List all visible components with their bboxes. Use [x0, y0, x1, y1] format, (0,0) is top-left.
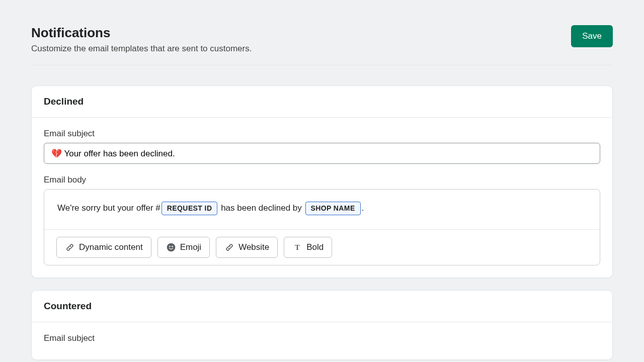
- subject-label: Email subject: [44, 333, 600, 343]
- page-title: Notifications: [31, 25, 252, 41]
- emoji-button[interactable]: Emoji: [157, 237, 210, 258]
- bold-button[interactable]: T Bold: [284, 237, 332, 258]
- dynamic-content-button[interactable]: Dynamic content: [56, 237, 151, 258]
- body-text: We're sorry but your offer #: [57, 203, 160, 213]
- body-label: Email body: [44, 175, 600, 185]
- website-button[interactable]: Website: [216, 237, 278, 258]
- emoji-label: Emoji: [180, 242, 202, 252]
- bold-label: Bold: [306, 242, 324, 252]
- subject-label: Email subject: [44, 129, 600, 139]
- svg-point-1: [169, 246, 171, 247]
- declined-card: Declined Email subject Email body We're …: [31, 85, 613, 278]
- dynamic-content-label: Dynamic content: [79, 242, 143, 252]
- countered-card: Countered Email subject: [31, 290, 613, 360]
- chip-shop-name[interactable]: SHOP NAME: [305, 202, 361, 215]
- page-subtitle: Customize the email templates that are s…: [31, 44, 252, 54]
- website-label: Website: [238, 242, 269, 252]
- declined-title: Declined: [44, 96, 600, 107]
- bold-icon: T: [292, 242, 302, 252]
- body-toolbar: Dynamic content Emoji Website T Bold: [44, 229, 600, 265]
- subject-input[interactable]: [44, 143, 600, 164]
- emoji-icon: [166, 242, 176, 252]
- save-button[interactable]: Save: [571, 25, 613, 47]
- body-content[interactable]: We're sorry but your offer #REQUEST ID h…: [44, 190, 600, 229]
- body-text: has been declined by: [218, 203, 304, 213]
- chip-request-id[interactable]: REQUEST ID: [162, 202, 218, 215]
- svg-text:T: T: [295, 243, 300, 251]
- body-text: .: [362, 203, 364, 213]
- link-icon: [224, 242, 234, 252]
- dynamic-content-icon: [65, 242, 75, 252]
- page-header: Notifications Customize the email templa…: [31, 25, 613, 65]
- countered-title: Countered: [44, 301, 600, 312]
- svg-point-0: [167, 243, 175, 252]
- body-editor: We're sorry but your offer #REQUEST ID h…: [44, 189, 600, 265]
- svg-point-2: [172, 246, 173, 247]
